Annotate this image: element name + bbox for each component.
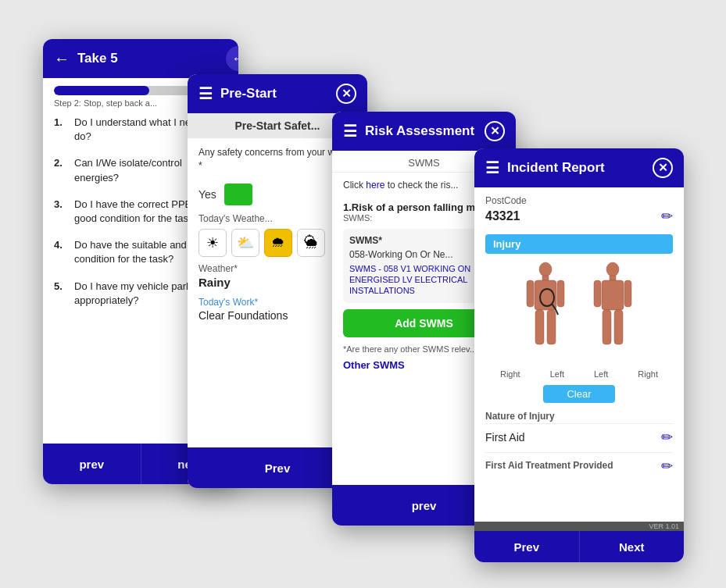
postcode-label: PostCode (485, 195, 673, 206)
nature-value: First Aid (485, 431, 525, 444)
nature-label: Nature of Injury (485, 411, 673, 422)
svg-point-0 (539, 262, 552, 276)
clear-button[interactable]: Clear (543, 385, 614, 403)
yes-label: Yes (198, 188, 216, 201)
first-aid-edit-icon[interactable]: ✏ (661, 458, 673, 475)
postcode-edit-icon[interactable]: ✏ (661, 208, 673, 225)
risk-header: ☰ Risk Assessment ✕ (332, 112, 516, 151)
body-front-figure[interactable] (514, 262, 577, 363)
incident-prev-button[interactable]: Prev (474, 531, 580, 562)
incident-card: ☰ Incident Report ✕ PostCode 43321 ✏ Inj… (474, 148, 684, 562)
label-left-front: Left (550, 369, 564, 379)
postcode-row: 43321 ✏ (485, 208, 673, 225)
take5-prev-button[interactable]: prev (43, 444, 141, 484)
incident-menu-icon[interactable]: ☰ (485, 159, 499, 177)
version-bar: VER 1.01 (474, 522, 684, 531)
q-num-5: 5. (54, 280, 68, 308)
label-right-back: Right (638, 369, 658, 379)
click-suffix: to check the ris... (384, 180, 458, 191)
click-here-link[interactable]: here (366, 180, 384, 191)
prestart-menu-icon[interactable]: ☰ (198, 84, 213, 103)
svg-rect-12 (624, 280, 631, 307)
body-back-figure[interactable] (581, 262, 644, 363)
risk-menu-icon[interactable]: ☰ (343, 122, 357, 141)
body-diagram (485, 262, 673, 363)
first-aid-section: First Aid Treatment Provided ✏ (485, 452, 673, 475)
label-right-front: Right (500, 369, 520, 379)
clear-btn-row: Clear (485, 385, 673, 403)
take5-circle-back[interactable]: ← (226, 46, 238, 71)
yes-green-box[interactable] (224, 184, 252, 205)
svg-rect-13 (603, 310, 611, 344)
svg-rect-5 (535, 310, 544, 344)
progress-bar-fill (54, 86, 149, 95)
take5-header: ← Take 5 ← (43, 39, 238, 78)
postcode-value: 43321 (485, 209, 520, 223)
weather-icon-drizzle[interactable]: 🌦 (297, 229, 325, 257)
risk-close-button[interactable]: ✕ (485, 121, 505, 141)
risk-title: Risk Assessment (365, 123, 477, 139)
svg-rect-14 (614, 310, 623, 344)
nature-section: Nature of Injury First Aid ✏ (485, 411, 673, 446)
incident-title: Incident Report (507, 160, 645, 176)
q-num-1: 1. (54, 116, 68, 144)
click-prefix: Click (343, 180, 366, 191)
incident-footer-btns: Prev Next (474, 531, 684, 562)
prestart-title: Pre-Start (220, 86, 328, 102)
incident-next-button[interactable]: Next (580, 531, 685, 562)
weather-icon-partly-cloudy[interactable]: ⛅ (231, 229, 259, 257)
back-arrow-icon[interactable]: ← (54, 50, 70, 68)
svg-rect-3 (527, 280, 534, 307)
svg-rect-4 (557, 280, 564, 307)
injury-bar: Injury (485, 234, 673, 254)
incident-header: ☰ Incident Report ✕ (474, 148, 684, 187)
nature-value-row: First Aid ✏ (485, 423, 673, 446)
incident-footer: VER 1.01 Prev Next (474, 522, 684, 562)
svg-point-8 (606, 262, 619, 276)
take5-title: Take 5 (77, 51, 227, 66)
svg-rect-10 (602, 280, 624, 310)
q-num-4: 4. (54, 238, 68, 266)
svg-rect-11 (594, 280, 601, 307)
q-num-2: 2. (54, 156, 68, 184)
first-aid-row: First Aid Treatment Provided ✏ (485, 458, 673, 475)
q-num-3: 3. (54, 198, 68, 226)
incident-body: PostCode 43321 ✏ Injury (474, 187, 684, 522)
weather-icon-sun[interactable]: ☀ (198, 229, 227, 257)
first-aid-label: First Aid Treatment Provided (485, 460, 613, 471)
incident-close-button[interactable]: ✕ (653, 158, 673, 178)
prestart-header: ☰ Pre-Start ✕ (188, 74, 367, 113)
label-left-back: Left (594, 369, 608, 379)
prestart-close-button[interactable]: ✕ (336, 84, 356, 104)
nature-edit-icon[interactable]: ✏ (661, 429, 673, 446)
figure-labels: Right Left Left Right (485, 369, 673, 379)
svg-rect-9 (610, 276, 616, 280)
weather-icon-rain[interactable]: 🌧 (264, 229, 292, 257)
svg-rect-6 (547, 310, 556, 344)
svg-rect-1 (542, 276, 549, 280)
